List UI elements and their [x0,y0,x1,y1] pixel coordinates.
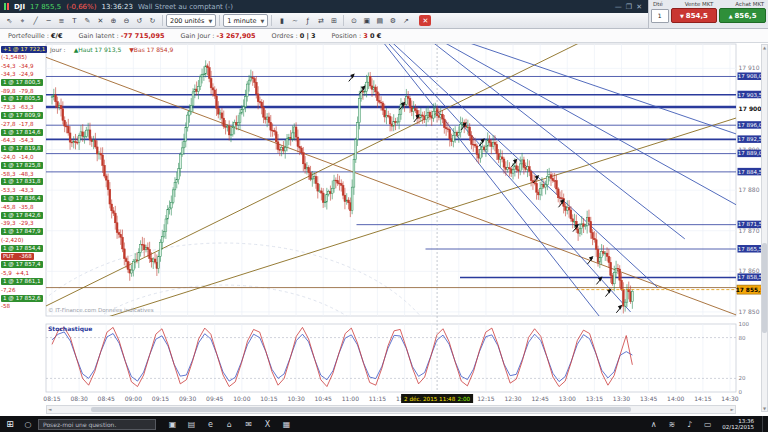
pencil-icon[interactable]: ✎ [81,15,94,27]
alert-icon[interactable]: ⊙ [347,15,360,27]
store-icon[interactable]: ⌂ [223,420,236,429]
svg-text:08:45: 08:45 [98,395,115,402]
mail-icon[interactable]: ✉ [242,420,255,429]
position-pnl-value: (-1,5485) [1,54,27,60]
taskbar-search-input[interactable]: Posez-moi une question. [38,419,156,430]
position-price-tag[interactable]: PUT -368 [1,253,34,260]
quantity-field[interactable]: 1 [651,9,669,23]
position-price-tag[interactable]: 1 @ 17 831,8 [1,178,43,185]
position-pnl-value: -39,3 -29,3 [1,220,34,226]
vertical-scroll-thumb[interactable] [762,243,767,333]
trendline-icon[interactable]: ╱ [29,15,42,27]
line-chart-icon[interactable]: ∼ [288,15,301,27]
volume-icon[interactable]: ♪ [683,420,696,429]
position-price-tag[interactable]: 1 @ 17 836,4 [1,195,43,202]
candlestick-chart-icon[interactable]: ▮ [275,15,288,27]
new-window-icon[interactable]: ↗ [399,15,412,27]
taskbar-clock[interactable]: 13:3602/12/2015 [722,418,754,431]
position-price-tag[interactable]: 1 @ 17 825,8 [1,162,43,169]
notification-icon[interactable]: ▭ [701,420,714,429]
chevron-down-icon: ▼ [260,18,264,24]
position-price-tag[interactable]: 1 @ 17 852,6 [1,295,43,302]
file-explorer-icon[interactable]: ▤ [185,420,198,429]
position-price-tag[interactable]: 1 @ 17 847,9 [1,228,43,235]
close-chart-button[interactable]: ✕ [419,15,431,26]
toolbar-separator [162,15,163,26]
edge-browser-icon[interactable]: e [204,420,217,429]
start-button[interactable]: ⊞ [2,419,18,429]
buy-market-button[interactable]: ▲ 856,5 [719,8,766,23]
svg-text:10:45: 10:45 [315,395,332,402]
vertical-scrollbar[interactable]: ▲ ▼ [761,44,768,412]
fibonacci-icon[interactable]: ≡ [55,15,68,27]
svg-text:14:30: 14:30 [721,395,738,402]
position-price-tag[interactable]: +1 @ 17 722,1 [1,46,47,53]
svg-text:17 855,5: 17 855,5 [736,287,764,293]
indicators-icon[interactable]: ƒ [301,15,314,27]
orders-label: Ordres : [272,32,298,40]
position-price-tag[interactable]: 1 @ 17 805,5 [1,95,43,102]
position-row: 1 @ 17 814,6 [1,128,46,136]
svg-text:14:00: 14:00 [667,395,684,402]
cortana-icon[interactable]: ○ [22,420,34,429]
toolbar-separator [343,15,344,26]
trading-platform-window: DJI 17 855,5 (-0,66%) 13:36:23 Wall Stre… [0,0,768,432]
minimize-button[interactable]: — [615,3,622,11]
position-pnl-value: -89,8 -79,8 [1,88,34,94]
redo-icon[interactable]: ↻ [146,15,159,27]
position-row: -58 [1,302,46,310]
account-info-bar: Portefeuille : €/€ Gain latent : -77 715… [0,29,768,43]
compare-icon[interactable]: ⇄ [314,15,327,27]
zoom-out-icon[interactable]: ⊖ [120,15,133,27]
position-price-tag[interactable]: 1 @ 17 809,9 [1,112,43,119]
close-button[interactable]: ✕ [636,3,642,11]
undo-icon[interactable]: ↺ [133,15,146,27]
cursor-icon[interactable]: ⇖ [3,15,16,27]
excel-icon[interactable]: X [261,420,274,429]
show-desktop-button[interactable] [762,416,766,432]
scroll-left-icon[interactable]: ◄ [48,407,51,412]
horizontal-scroll-thumb[interactable] [91,407,631,412]
toolbar-separator [219,15,220,26]
scroll-down-icon[interactable]: ▼ [763,406,766,411]
position-price-tag[interactable]: 1 @ 17 800,5 [1,79,43,86]
network-icon[interactable]: ≋ [665,420,678,429]
task-view-icon[interactable]: ▣ [166,420,179,429]
horizontal-line-icon[interactable]: ─ [42,15,55,27]
snapshot-icon[interactable]: ▣ [360,15,373,27]
text-tool-icon[interactable]: T [68,15,81,27]
chart-canvas[interactable]: 08:1508:3008:4509:0009:1509:3009:4510:00… [0,43,768,416]
sell-market-button[interactable]: ▼ 854,5 [671,8,718,23]
settings-icon[interactable]: ⚙ [386,15,399,27]
units-select[interactable]: 200 unités▼ [166,14,216,27]
position-price-tag[interactable]: 1 @ 17 854,4 [1,245,43,252]
position-amount: 0 € [370,32,381,40]
maximize-button[interactable]: ❐ [626,3,632,11]
position-price-tag[interactable]: 1 @ 17 819,8 [1,145,43,152]
orders-value: 0 | 3 [300,32,316,40]
timeframe-select[interactable]: 1 minute▼ [223,14,268,27]
copyright-label: © IT-Finance.com Données indicatives [48,307,154,313]
position-price-tag[interactable]: 1 @ 17 814,6 [1,129,43,136]
position-pnl-value: -7,26 [1,287,15,293]
position-row: -58,3 -48,3 [1,169,46,177]
position-price-tag[interactable]: 1 @ 17 857,4 [1,261,43,268]
position-price-tag[interactable]: 1 @ 17 842,6 [1,212,43,219]
scroll-right-icon[interactable]: ► [731,407,734,412]
tray-expand-icon[interactable]: ∧ [647,420,660,429]
position-price-tag[interactable]: 1 @ 17 861,1 [1,278,43,285]
print-icon[interactable]: ▤ [373,15,386,27]
position-pnl-value: -34,3 -24,9 [1,71,34,77]
grid-icon[interactable]: ⊞ [327,15,340,27]
eraser-icon[interactable]: ✕ [94,15,107,27]
position-row: -64,3 -54,3 [1,136,46,144]
position-pnl-value: -45,8 -35,8 [1,204,34,210]
chevron-down-icon: ▼ [208,18,212,24]
trading-app-icon[interactable]: ▦ [280,420,293,429]
svg-text:17 858,5: 17 858,5 [738,274,763,280]
horizontal-scrollbar[interactable]: ◄ ► [46,405,736,414]
crosshair-icon[interactable]: ⌖ [16,15,29,27]
zoom-in-icon[interactable]: ⊕ [107,15,120,27]
up-arrow-icon: ▲ [729,13,733,19]
scroll-up-icon[interactable]: ▲ [763,45,766,50]
